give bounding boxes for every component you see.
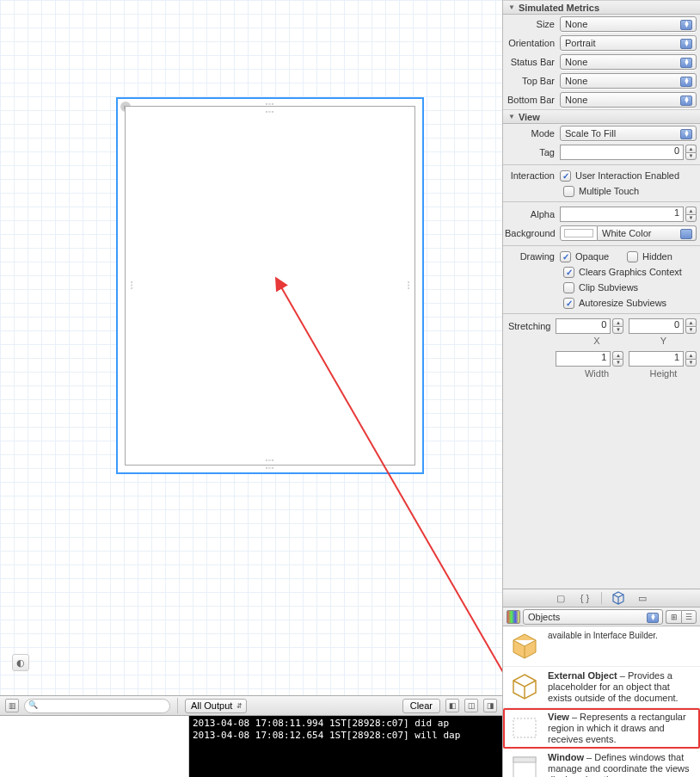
checkbox-clears[interactable] [563, 267, 574, 278]
sublabel-x: X [563, 336, 630, 346]
svg-rect-0 [513, 718, 536, 737]
sublabel-width: Width [563, 368, 630, 379]
checkbox-autoresize[interactable] [563, 298, 574, 309]
library-item-view[interactable]: View – Represents a rectangular region i… [503, 708, 700, 749]
sublabel-height: Height [630, 368, 697, 379]
library-filter-popup[interactable]: Objects▲▼ [523, 609, 663, 625]
view-content[interactable]: ▫▫▫ ▫▫▫ ▫▫▫ ▫▫▫ [125, 106, 415, 466]
checkbox-user-interaction[interactable] [560, 170, 571, 182]
dock-toggle[interactable]: ◐ [12, 654, 29, 671]
inner-handle-right: ▫▫▫ [405, 281, 411, 290]
cube-outline-icon [508, 670, 541, 703]
field-tag[interactable]: 0 [560, 145, 684, 160]
debug-toolbar: ▥ All Output Clear ◧ ◫ ◨ [0, 695, 502, 716]
stepper-stretch-y[interactable]: ▲▼ [685, 318, 697, 334]
popup-mode[interactable]: Scale To Fill▲▼ [560, 126, 697, 141]
checkbox-clip[interactable] [563, 282, 574, 293]
file-template-tab-icon[interactable]: ▢ [553, 592, 568, 604]
separator [177, 698, 178, 713]
library-color-icon[interactable] [507, 610, 520, 624]
label-clears: Clears Graphics Context [579, 267, 682, 277]
popup-size[interactable]: None▲▼ [560, 16, 697, 32]
checkbox-opaque[interactable] [560, 251, 571, 262]
pane-right-icon[interactable]: ◨ [483, 699, 497, 712]
field-stretch-w[interactable]: 1 [556, 351, 611, 367]
label-mode: Mode [505, 128, 560, 139]
stepper-alpha[interactable]: ▲▼ [685, 207, 697, 222]
library-item-text: View – Represents a rectangular region i… [548, 712, 695, 745]
label-user-interaction: User Interaction Enabled [575, 170, 679, 181]
variables-view[interactable] [0, 716, 189, 777]
disclosure-icon[interactable]: ▼ [508, 113, 515, 120]
toggle-variables-icon[interactable]: ▥ [5, 699, 19, 712]
stepper-tag[interactable]: ▲▼ [685, 145, 697, 160]
library-list-view-icon[interactable]: ☰ [681, 610, 697, 624]
pane-left-icon[interactable]: ◧ [445, 699, 459, 712]
label-autoresize: Autoresize Subviews [579, 298, 666, 308]
pane-both-icon[interactable]: ◫ [464, 699, 478, 712]
clear-button[interactable]: Clear [402, 699, 440, 713]
inner-handle-bottom: ▫▫▫ [266, 457, 274, 463]
library-grid-view-icon[interactable]: ⊞ [666, 610, 681, 624]
label-alpha: Alpha [505, 209, 560, 219]
label-multiple-touch: Multiple Touch [579, 186, 639, 196]
popup-topbar[interactable]: None▲▼ [560, 73, 697, 89]
window-icon [508, 752, 541, 777]
popup-background[interactable]: White Color [560, 225, 697, 241]
inner-handle-left: ▫▫▫ [129, 281, 135, 290]
checkbox-hidden[interactable] [627, 251, 638, 262]
field-alpha[interactable]: 1 [560, 207, 684, 222]
console-search-input[interactable] [24, 699, 170, 713]
library-item-partial[interactable]: available in Interface Builder. [503, 626, 700, 667]
label-opaque: Opaque [575, 251, 627, 262]
label-tag: Tag [505, 147, 560, 157]
library-item-external-object[interactable]: External Object – Provides a placeholder… [503, 667, 700, 708]
section-title: View [519, 112, 540, 122]
divider [503, 164, 700, 165]
selected-view-frame[interactable]: × ▫▫▫ ▫▫▫ ▫▫▫ ▫▫▫ ▫▫▫ ▫▫▫ [116, 97, 424, 474]
disclosure-icon[interactable]: ▼ [508, 3, 515, 11]
field-stretch-x[interactable]: 0 [556, 318, 611, 334]
label-statusbar: Status Bar [505, 57, 560, 67]
library-item-text: Window – Defines windows that manage and… [548, 752, 695, 777]
library-item-text: External Object – Provides a placeholder… [548, 670, 695, 704]
code-snippet-tab-icon[interactable]: { } [577, 592, 593, 604]
color-swatch[interactable] [560, 225, 598, 241]
output-filter-popup[interactable]: All Output [185, 699, 247, 713]
label-size: Size [505, 19, 560, 29]
popup-bottombar[interactable]: None▲▼ [560, 92, 697, 108]
label-orientation: Orientation [505, 38, 560, 48]
cube-icon [508, 630, 541, 663]
label-bottombar: Bottom Bar [505, 95, 560, 105]
stepper-stretch-h[interactable]: ▲▼ [685, 351, 697, 367]
divider [503, 201, 700, 202]
field-stretch-h[interactable]: 1 [629, 351, 684, 367]
popup-orientation[interactable]: Portrait▲▼ [560, 35, 697, 51]
library-filter-bar: Objects▲▼ ⊞ ☰ [503, 607, 700, 626]
label-clip: Clip Subviews [579, 282, 638, 293]
label-interaction: Interaction [505, 170, 560, 181]
label-background: Background [505, 228, 560, 238]
library-tabs: ▢ { } ▭ [503, 589, 700, 607]
resize-handle-bottom[interactable]: ▫▫▫ [266, 465, 274, 471]
object-library-tab-icon[interactable] [611, 592, 626, 604]
section-view[interactable]: ▼ View [503, 109, 700, 124]
library-item-window[interactable]: Window – Defines windows that manage and… [503, 749, 700, 777]
popup-statusbar[interactable]: None▲▼ [560, 54, 697, 70]
library-item-text: available in Interface Builder. [548, 630, 695, 663]
field-stretch-y[interactable]: 0 [629, 318, 684, 334]
media-library-tab-icon[interactable]: ▭ [635, 592, 650, 604]
section-simulated-metrics[interactable]: ▼ Simulated Metrics [503, 0, 700, 15]
label-hidden: Hidden [642, 251, 672, 262]
checkbox-multiple-touch[interactable] [563, 186, 574, 197]
stepper-stretch-w[interactable]: ▲▼ [612, 351, 623, 367]
console-output[interactable]: 2013-04-08 17:08:11.994 1ST[28928:c07] d… [189, 716, 502, 777]
label-topbar: Top Bar [505, 76, 560, 86]
inner-handle-top: ▫▫▫ [266, 108, 274, 114]
ib-canvas[interactable]: × ▫▫▫ ▫▫▫ ▫▫▫ ▫▫▫ ▫▫▫ ▫▫▫ ◐ [0, 0, 502, 695]
inspector-panel: ▼ Simulated Metrics Size None▲▼ Orientat… [502, 0, 700, 777]
library-list[interactable]: available in Interface Builder. External… [503, 626, 700, 777]
label-drawing: Drawing [505, 251, 560, 262]
stepper-stretch-x[interactable]: ▲▼ [612, 318, 623, 334]
divider [503, 313, 700, 314]
